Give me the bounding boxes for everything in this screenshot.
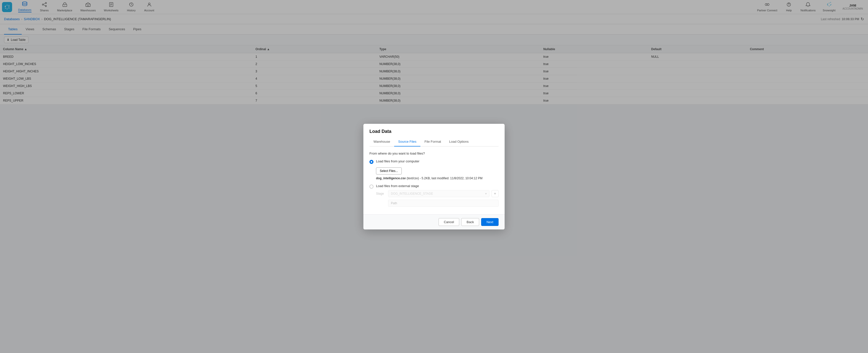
- modal-overlay: Load Data Warehouse Source Files File Fo…: [0, 0, 868, 104]
